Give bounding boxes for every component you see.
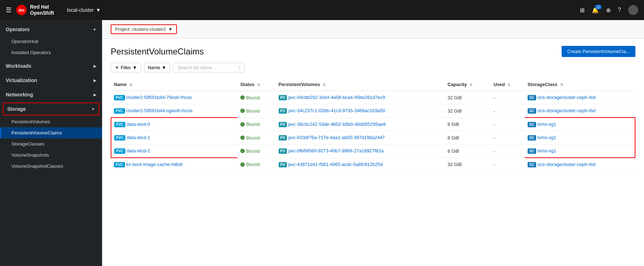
sidebar-item-installed-operators[interactable]: Installed Operators (0, 47, 102, 58)
sc-link[interactable]: lvms-vg1 (538, 135, 556, 140)
sort-icon-name: ⇅ (129, 83, 132, 87)
status-bound: Bound (240, 108, 273, 114)
question-icon[interactable]: ? (618, 7, 621, 13)
pvc-name-link[interactable]: cluster2-59591b44-sgwv8-rhcos (126, 108, 193, 113)
chevron-right-icon-virt: ▶ (93, 79, 96, 82)
pvc-name-link[interactable]: data-etcd-2 (127, 148, 150, 153)
cell-capacity: 32 GiB (444, 91, 490, 104)
col-used[interactable]: Used ⇅ (491, 78, 525, 91)
sidebar-group-storage: Storage ▼ PersistentVolumes PersistentVo… (0, 103, 102, 172)
sidebar-group-label-virtualization: Virtualization (6, 77, 37, 83)
sidebar-group-header-operators[interactable]: Operators ▼ (0, 23, 102, 36)
brand-logo-area: RH Red HatOpenShift (16, 4, 54, 16)
sort-icon-sc: ⇅ (560, 83, 563, 87)
cell-storageclass: SClvms-vg1 (525, 131, 635, 144)
pvc-name-link[interactable]: data-etcd-0 (127, 122, 150, 127)
cell-capacity: 8 GiB (444, 118, 490, 131)
filter-button[interactable]: ▼ Filter ▼ (111, 63, 141, 72)
cell-status: Bound (237, 118, 276, 131)
search-input-container[interactable]: Search by name... / (173, 63, 245, 72)
pvc-tag: PVC (114, 135, 125, 141)
chevron-right-icon-net: ▶ (93, 93, 96, 97)
sidebar-item-operatorhub[interactable]: OperatorHub (0, 36, 102, 47)
pv-link[interactable]: pvc-38c0c242-53de-4652-b5b0-d0d005295ae8 (288, 122, 386, 127)
sc-link[interactable]: lvms-vg1 (538, 148, 556, 153)
main-content: Project: clusters-cluster2 ▼ PersistentV… (102, 20, 644, 266)
user-avatar[interactable] (628, 5, 638, 15)
status-text: Bound (246, 95, 260, 100)
col-name[interactable]: Name ⇅ (111, 78, 237, 91)
table-header: Name ⇅ Status ⇅ PersistentVolumes ⇅ Capa… (111, 78, 635, 91)
grid-icon[interactable]: ⊞ (580, 7, 585, 14)
sidebar-group-label-networking: Networking (6, 92, 33, 98)
pv-tag: PV (279, 135, 287, 141)
cell-pv: PVpvc-633df76a-717e-4aa1-ab05-397d198a24… (276, 131, 445, 144)
sc-link[interactable]: ocs-storagecluster-ceph-rbd (538, 162, 596, 167)
cell-storageclass: SCocs-storagecluster-ceph-rbd (525, 91, 635, 104)
sidebar-item-persistentvolumeclaims[interactable]: PersistentVolumeClaims (0, 127, 102, 138)
status-bound: Bound (240, 148, 273, 154)
pvc-name-link[interactable]: kv-boot-image-cache-ht8x6 (126, 162, 183, 167)
cell-name: PVCdata-etcd-0 (111, 118, 237, 131)
status-dot-icon (240, 95, 245, 100)
cell-pv: PVpvc-04cbb292-3cb4-4a58-bca4-95be281d7e… (276, 91, 445, 104)
sidebar-group-workloads: Workloads ▶ (0, 60, 102, 72)
pv-link[interactable]: pvc-04cbb292-3cb4-4a58-bca4-95be281d7ec9 (288, 95, 385, 100)
sc-link[interactable]: lvms-vg1 (538, 122, 556, 127)
bell-icon[interactable]: 🔔 12 (592, 7, 599, 14)
cell-used: - (491, 131, 525, 144)
col-capacity[interactable]: Capacity ⇅ (444, 78, 490, 91)
plus-icon[interactable]: ⊕ (606, 7, 611, 14)
col-storageclass[interactable]: StorageClass ⇅ (525, 78, 635, 91)
col-pv[interactable]: PersistentVolumes ⇅ (276, 78, 445, 91)
project-bar: Project: clusters-cluster2 ▼ (102, 20, 644, 39)
cell-status: Bound (237, 144, 276, 158)
topnav-left: ☰ RH Red HatOpenShift local-cluster ▼ (6, 4, 101, 16)
svg-text:RH: RH (19, 8, 24, 13)
sidebar-group-header-workloads[interactable]: Workloads ▶ (0, 60, 102, 72)
pvc-table: Name ⇅ Status ⇅ PersistentVolumes ⇅ Capa… (111, 78, 635, 171)
pv-link[interactable]: pvc-0fb89560-9273-40b7-9908-27a18927f82a (288, 148, 384, 153)
project-selector[interactable]: Project: clusters-cluster2 ▼ (111, 24, 177, 34)
sort-icon-pv: ⇅ (323, 83, 326, 87)
pvc-name-link[interactable]: data-etcd-1 (127, 135, 150, 140)
sidebar-item-storageclasses[interactable]: StorageClasses (0, 138, 102, 149)
status-bound: Bound (240, 135, 273, 141)
sc-link[interactable]: ocs-storagecluster-ceph-rbd (538, 95, 596, 100)
cluster-selector[interactable]: local-cluster ▼ (67, 7, 101, 13)
hamburger-menu-icon[interactable]: ☰ (6, 6, 11, 14)
top-navigation: ☰ RH Red HatOpenShift local-cluster ▼ ⊞ … (0, 0, 644, 20)
pv-link[interactable]: pvc-633df76a-717e-4aa1-ab05-397d198a2447 (288, 135, 385, 140)
sidebar-group-networking: Networking ▶ (0, 88, 102, 101)
pv-link[interactable]: pvc-34c237c1-02bb-41c3-9735-3466ac103a50 (288, 108, 385, 113)
table-row: PVCdata-etcd-1BoundPVpvc-633df76a-717e-4… (111, 131, 635, 144)
sidebar-item-persistentvolumes[interactable]: PersistentVolumes (0, 116, 102, 127)
search-placeholder-text: Search by name... (178, 65, 216, 70)
col-status[interactable]: Status ⇅ (237, 78, 276, 91)
cell-used: - (491, 118, 525, 131)
create-pvc-button[interactable]: Create PersistentVolumeCla... (562, 46, 635, 57)
status-bound: Bound (240, 122, 273, 127)
sc-tag: SC (528, 135, 536, 141)
sidebar-group-header-storage[interactable]: Storage ▼ (3, 103, 99, 115)
sidebar-group-header-networking[interactable]: Networking ▶ (0, 88, 102, 101)
sidebar-item-volumesnapshotclasses[interactable]: VolumeSnapshotClasses (0, 161, 102, 172)
redhat-logo-icon: RH (16, 4, 27, 16)
pvc-name-link[interactable]: cluster2-59591b44-79xs6-rhcos (126, 95, 192, 100)
sc-tag: SC (528, 122, 536, 127)
pv-tag: PV (279, 148, 287, 154)
cell-capacity: 32 GiB (444, 104, 490, 118)
sidebar-item-volumesnapshots[interactable]: VolumeSnapshots (0, 149, 102, 161)
sidebar-group-header-virtualization[interactable]: Virtualization ▶ (0, 74, 102, 87)
chevron-down-icon-storage: ▼ (91, 107, 95, 111)
sort-icon-used: ⇅ (508, 83, 510, 87)
name-filter-select[interactable]: Name ▼ (144, 63, 170, 72)
project-chevron-icon: ▼ (168, 27, 173, 32)
cell-storageclass: SCocs-storagecluster-ceph-rbd (525, 104, 635, 118)
cell-name: PVCdata-etcd-2 (111, 144, 237, 158)
cell-storageclass: SCocs-storagecluster-ceph-rbd (525, 158, 635, 171)
cell-capacity: 8 GiB (444, 131, 490, 144)
search-shortcut-text: / (239, 65, 240, 70)
sc-link[interactable]: ocs-storagecluster-ceph-rbd (538, 108, 596, 113)
pv-link[interactable]: pvc-43871d41-f561-4065-acdc-5a8fc912b254 (288, 162, 383, 167)
